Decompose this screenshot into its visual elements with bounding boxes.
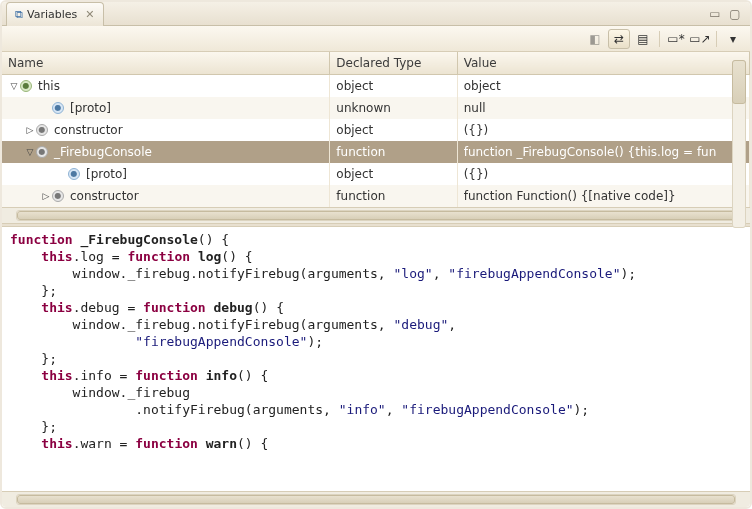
toolbar-separator [659,31,660,47]
toolbar: ◧ ⇄ ▤ ▭* ▭↗ ▾ [2,26,750,52]
code-line: window._firebug [10,384,742,401]
table-row[interactable]: ▷●constructorfunctionfunction Function()… [2,185,750,207]
variable-icon: ● [52,102,64,114]
tab-bar: ⧉ Variables ✕ ▭ ▢ [2,2,750,26]
column-header-name[interactable]: Name [2,52,330,75]
collapse-all-button[interactable]: ▤ [632,29,654,49]
show-logical-structure-button[interactable]: ⇄ [608,29,630,49]
code-line: }; [10,418,742,435]
open-new-view-button[interactable]: ▭↗ [689,29,711,49]
maximize-button[interactable]: ▢ [726,7,744,21]
variable-name: [proto] [68,101,111,115]
new-detail-pane-button[interactable]: ▭* [665,29,687,49]
expand-icon[interactable]: ▽ [24,147,36,157]
variable-type: function [330,185,457,207]
code-line: }; [10,350,742,367]
variable-type: object [330,163,457,185]
variable-icon: ● [68,168,80,180]
detail-pane[interactable]: function _FirebugConsole() { this.log = … [2,227,750,508]
table-row[interactable]: ▽●thisobjectobject [2,75,750,97]
tab-variables[interactable]: ⧉ Variables ✕ [6,2,104,26]
code-line: .notifyFirebug(arguments, "info", "fireb… [10,401,742,418]
code-line: this.debug = function debug() { [10,299,742,316]
table-row[interactable]: ●[proto]unknownnull [2,97,750,119]
code-line: this.log = function log() { [10,248,742,265]
table-row[interactable]: ▷●constructorobject({}) [2,119,750,141]
code-line: window._firebug.notifyFirebug(arguments,… [10,265,742,282]
variables-pane: Name Declared Type Value ▽●thisobjectobj… [2,52,750,223]
variable-icon: ● [36,124,48,136]
variable-value: function Function() {[native code]} [457,185,749,207]
variable-name: constructor [52,123,123,137]
variable-type: object [330,119,457,141]
column-header-value[interactable]: Value [457,52,749,75]
expand-icon[interactable]: ▷ [40,191,52,201]
variable-value: object [457,75,749,97]
show-type-names-button[interactable]: ◧ [584,29,606,49]
variables-table[interactable]: Name Declared Type Value ▽●thisobjectobj… [2,52,750,207]
table-row[interactable]: ●[proto]object({}) [2,163,750,185]
variable-type: object [330,75,457,97]
expand-icon[interactable]: ▽ [8,81,20,91]
variable-type: function [330,141,457,163]
variable-name: [proto] [84,167,127,181]
variable-icon: ● [36,146,48,158]
variable-icon: ● [52,190,64,202]
variable-value: ({}) [457,119,749,141]
variable-icon: ● [20,80,32,92]
code-line: "firebugAppendConsole"); [10,333,742,350]
variable-name: _FirebugConsole [52,145,152,159]
variable-value: ({}) [457,163,749,185]
horizontal-scrollbar[interactable] [2,207,750,223]
variable-name: this [36,79,60,93]
code-line: this.warn = function warn() { [10,435,742,452]
variable-type: unknown [330,97,457,119]
view-menu-button[interactable]: ▾ [722,29,744,49]
toolbar-separator [716,31,717,47]
minimize-button[interactable]: ▭ [706,7,724,21]
tab-title: Variables [27,8,77,21]
table-row[interactable]: ▽●_FirebugConsolefunctionfunction _Fireb… [2,141,750,163]
code-line: this.info = function info() { [10,367,742,384]
variable-value: null [457,97,749,119]
code-line: function _FirebugConsole() { [10,231,742,248]
variables-icon: ⧉ [15,8,23,21]
code-line: }; [10,282,742,299]
column-header-type[interactable]: Declared Type [330,52,457,75]
expand-icon[interactable]: ▷ [24,125,36,135]
horizontal-scrollbar[interactable] [2,491,750,507]
variable-name: constructor [68,189,139,203]
close-tab-icon[interactable]: ✕ [85,8,94,21]
vertical-scrollbar[interactable] [732,60,746,228]
variable-value: function _FirebugConsole() {this.log = f… [457,141,749,163]
code-line: window._firebug.notifyFirebug(arguments,… [10,316,742,333]
